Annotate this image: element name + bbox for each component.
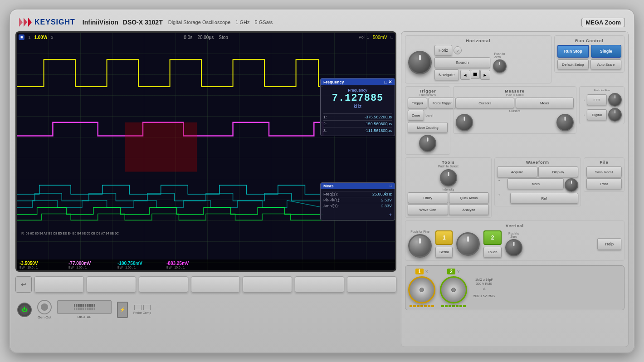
nav-left-btn[interactable]: ◄ [460, 70, 470, 80]
back-button[interactable]: ↩ [15, 276, 32, 293]
ch2-scale-knob[interactable] [456, 232, 480, 256]
gen-out-center [41, 303, 48, 311]
gen-out-connector[interactable] [37, 300, 52, 314]
freq-label: Frequency [322, 88, 393, 93]
softkey-3[interactable] [139, 276, 188, 293]
meas-row-2: 2: -159.560800μs [323, 120, 392, 127]
cursors-label: Cursors [456, 109, 574, 113]
ch1-indicator: ■ [19, 34, 24, 40]
ch1-probe-pins [410, 305, 434, 307]
ch2-button[interactable]: 2 [483, 230, 501, 245]
serial-button[interactable]: Serial [435, 247, 453, 258]
quick-action-button[interactable]: Quick Action [449, 192, 489, 203]
mode-coupling-button[interactable]: Mode Coupling [408, 122, 448, 133]
trigger-button[interactable]: Trigger [408, 98, 427, 108]
bottom-hardware: ⏻ Gen Out [15, 297, 396, 322]
softkey-6[interactable] [295, 276, 344, 293]
horizontal-position-knob[interactable] [493, 59, 507, 73]
svg-marker-0 [125, 122, 197, 172]
screen-bottom-status: -3.5050V BW 10.0 : 1 -77.000mV BW [17, 259, 395, 270]
top-header: KEYSIGHT InfiniiVision DSO-X 3102T Digit… [15, 13, 629, 31]
power-button[interactable]: ⏻ [17, 303, 32, 317]
ch3-settings: BW 1.00 : 1 [117, 266, 136, 269]
model-info: InfiniiVision DSO-X 3102T Digital Storag… [83, 19, 273, 26]
add-measurement-btn[interactable]: + [389, 212, 392, 217]
softkey-7[interactable] [347, 276, 396, 293]
probe-comp-conn2[interactable] [143, 305, 151, 310]
force-trigger-button[interactable]: Force Trigger [429, 98, 456, 108]
softkey-1[interactable] [34, 276, 84, 293]
run-stop-button[interactable]: Run Stop [557, 45, 589, 58]
vertical-section-label: Vertical [408, 224, 621, 228]
ch2-bnc-connector[interactable] [440, 276, 467, 303]
utility-button[interactable]: Utility [408, 192, 448, 203]
ch2-status: -77.000mV BW 1.00 : 1 [68, 261, 114, 269]
wave-gen-button[interactable]: Wave Gen [408, 204, 448, 215]
ch2-offset: -77.000mV [68, 261, 91, 266]
timebase-display: 0.0s 20.00μs Stop [184, 35, 228, 40]
default-setup-button[interactable]: Default Setup [557, 59, 589, 69]
svg-text:R: R [21, 231, 24, 235]
intensity-knob[interactable] [440, 169, 457, 186]
math-button[interactable]: Math [507, 178, 564, 189]
search-button[interactable]: Search [434, 57, 490, 68]
save-recall-button[interactable]: Save/ Recall [586, 166, 622, 177]
horiz-button[interactable]: Horiz [434, 45, 452, 56]
acquire-button[interactable]: Acquire [497, 166, 537, 177]
freq-unit: kHz [322, 104, 393, 109]
fft-knob[interactable] [608, 93, 622, 107]
softkey-2[interactable] [87, 276, 136, 293]
trigger-level-knob[interactable] [419, 135, 436, 152]
intensity-label: Intensity [408, 188, 489, 191]
fft-button[interactable]: FFT [587, 94, 607, 105]
probe-comp-label: Probe Comp [133, 311, 151, 314]
push-for-fine-right: Push for Fine [582, 89, 622, 92]
meas-row-1: 1: -375.562200μs [323, 113, 392, 120]
softkey-4[interactable] [191, 276, 240, 293]
cursors-knob[interactable] [456, 114, 473, 131]
spec-label-1: 1MΩ ≥ 14pF300 V RMS△ [473, 278, 495, 290]
ch2-probe-pins [441, 305, 466, 307]
measure-knob[interactable] [556, 114, 574, 131]
probe-comp-connectors [134, 305, 151, 310]
bnc-center [420, 288, 424, 292]
ch-position-knob[interactable] [505, 239, 522, 256]
run-control-label: Run Control [557, 39, 621, 43]
ref-button[interactable]: Ref [510, 193, 579, 204]
digital-button[interactable]: Digital [587, 109, 607, 120]
ch1-button[interactable]: 1 [435, 230, 453, 245]
math-knob[interactable] [565, 178, 578, 192]
meas-panel2-title: Meas □ [321, 183, 395, 189]
horizontal-scale-knob[interactable] [408, 51, 432, 74]
push-to-select2: Push to Select [408, 165, 489, 168]
freq-value: 7.127885 [322, 93, 393, 104]
usb-port[interactable]: ⚡ [117, 302, 128, 318]
auto-scale-button[interactable]: Auto Scale [590, 59, 622, 69]
softkeys-row: ↩ [15, 274, 396, 294]
horiz-knob-small[interactable]: ○ [454, 46, 462, 54]
frequency-measurement-panel: Frequency □ ✕ Frequency 7.127885 kHz 1: … [320, 78, 395, 136]
print-button[interactable]: Print [586, 178, 622, 189]
nav-right-btn[interactable]: ► [480, 70, 490, 80]
meas-button[interactable]: Meas [516, 98, 574, 108]
digital-port[interactable] [57, 300, 112, 314]
close-meas-panel[interactable]: □ ✕ [384, 79, 392, 84]
navigate-button[interactable]: Navigate [434, 69, 459, 80]
help-button[interactable]: Help [597, 238, 621, 250]
probe-comp-conn1[interactable] [134, 305, 141, 310]
cursors-button[interactable]: Cursors [456, 98, 514, 108]
analyze-button[interactable]: Analyze [449, 204, 489, 215]
display-button[interactable]: Display [538, 166, 579, 177]
touch-button[interactable]: Touch [483, 247, 501, 258]
pkpk-row: Pk-Pk(1): 2.53V [323, 197, 392, 203]
ch1-scale-knob[interactable] [408, 234, 432, 258]
gen-out-label: Gen Out [38, 315, 51, 319]
digital-knob[interactable] [608, 108, 622, 122]
ch1-bnc-connector[interactable] [408, 276, 435, 303]
channel-inputs: 1 X [405, 265, 624, 310]
nav-stop-btn[interactable]: ■ [471, 70, 480, 79]
softkey-5[interactable] [243, 276, 292, 293]
push-to-zero-label: Push toZero [494, 52, 505, 59]
zone-button[interactable]: Zone [408, 110, 424, 121]
single-button[interactable]: Single [591, 45, 622, 58]
